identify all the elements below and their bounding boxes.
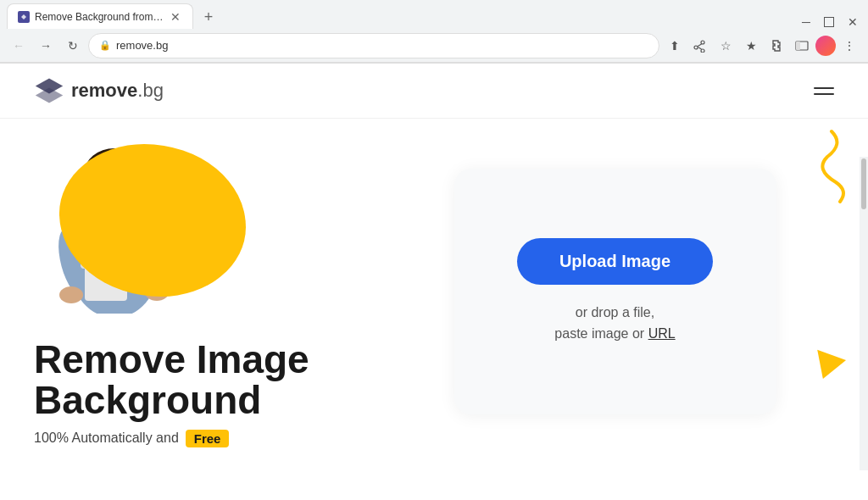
extensions-button[interactable] <box>765 34 788 58</box>
hero-text: Remove Image Background 100% Automatical… <box>34 339 421 447</box>
profile-button[interactable] <box>815 36 836 56</box>
hamburger-menu[interactable] <box>814 87 834 95</box>
hero-section: Remove Image Background 100% Automatical… <box>0 119 868 447</box>
free-badge: Free <box>186 430 230 447</box>
tab-favicon <box>18 11 30 23</box>
site-header: remove.bg <box>0 64 868 119</box>
lock-icon: 🔒 <box>99 40 111 51</box>
svg-point-15 <box>59 286 83 303</box>
share-button[interactable] <box>688 34 712 58</box>
squiggle-decoration <box>810 127 853 203</box>
logo[interactable]: remove.bg <box>34 75 164 106</box>
forward-button[interactable]: → <box>34 34 58 58</box>
url-text: remove.bg <box>116 39 648 52</box>
hero-subtitle: 100% Automatically and Free <box>34 430 421 447</box>
svg-marker-3 <box>36 87 63 103</box>
logo-text: remove.bg <box>71 80 164 102</box>
browser-tab[interactable]: Remove Background from Im... ✕ <box>7 3 193 29</box>
upload-card: Upload Image or drop a file, paste image… <box>454 169 776 414</box>
back-button[interactable]: ← <box>7 34 31 58</box>
maximize-icon[interactable] <box>824 17 834 27</box>
minimize-icon[interactable]: ─ <box>802 15 810 29</box>
url-link[interactable]: URL <box>648 326 676 341</box>
website-content: remove.bg <box>0 64 868 470</box>
new-tab-button[interactable]: + <box>197 5 220 29</box>
sidebar-button[interactable] <box>790 34 814 58</box>
bookmark-starred-button[interactable]: ★ <box>739 34 763 58</box>
cast-button[interactable]: ⬆ <box>663 34 687 58</box>
reload-button[interactable]: ↻ <box>61 34 85 58</box>
bookmark-button[interactable]: ☆ <box>714 34 737 58</box>
scrollbar-thumb[interactable] <box>861 158 866 209</box>
tab-close-button[interactable]: ✕ <box>169 10 182 24</box>
upload-image-button[interactable]: Upload Image <box>517 238 713 285</box>
close-window-icon[interactable]: ✕ <box>848 15 858 29</box>
hero-right: Upload Image or drop a file, paste image… <box>421 169 834 414</box>
scrollbar[interactable] <box>860 157 868 470</box>
logo-icon <box>34 75 64 106</box>
hero-title: Remove Image Background <box>34 339 421 421</box>
address-bar[interactable]: 🔒 remove.bg <box>88 33 659 58</box>
hero-left: Remove Image Background 100% Automatical… <box>34 136 421 447</box>
menu-button[interactable]: ⋮ <box>837 34 861 58</box>
svg-rect-1 <box>796 42 800 50</box>
tab-title: Remove Background from Im... <box>35 11 164 23</box>
hero-image <box>34 136 305 322</box>
paste-url-text: paste image or URL <box>554 323 675 345</box>
drop-text: or drop a file, paste image or URL <box>554 302 675 345</box>
